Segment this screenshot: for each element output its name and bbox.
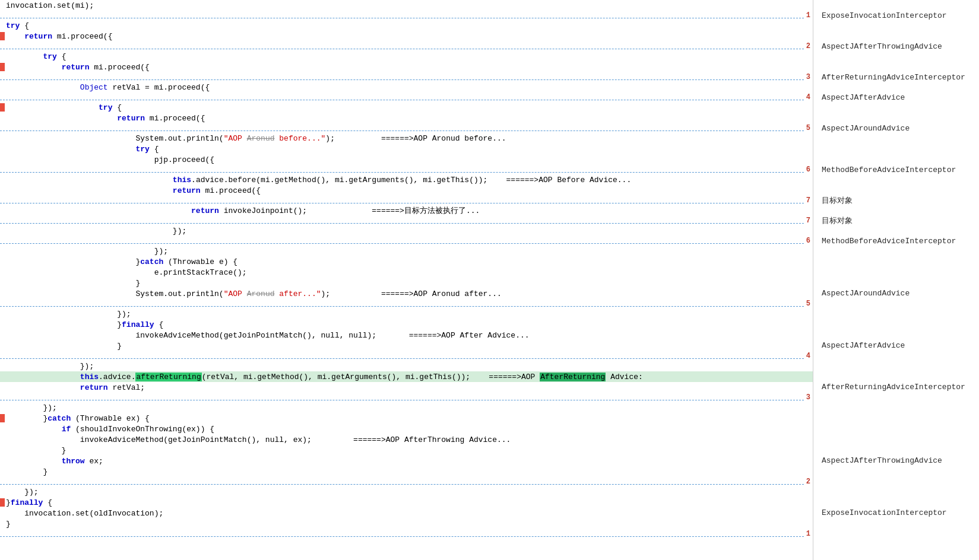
code-line: try { <box>0 51 813 62</box>
right-divider-3b: AfterReturningAdviceInterceptor <box>819 382 979 392</box>
code-line: } <box>0 445 813 456</box>
right-blank <box>819 256 979 267</box>
code-line: } <box>0 278 813 288</box>
divider-5: 5 <box>0 123 813 133</box>
right-blank <box>819 371 979 382</box>
code-line: System.out.println("AOP Aronud before...… <box>0 133 813 144</box>
right-label-6b: MethodBeforeAdviceInterceptor <box>819 237 956 246</box>
right-blank <box>819 486 979 497</box>
right-label-1: ExposeInvocationInterceptor <box>819 11 947 20</box>
right-blank <box>819 113 979 123</box>
right-blank <box>819 308 979 319</box>
right-blank <box>819 0 979 11</box>
divider-1: 1 <box>0 11 813 20</box>
right-divider-6: MethodBeforeAdviceInterceptor <box>819 165 979 174</box>
code-line: return mi.proceed({ <box>0 185 813 196</box>
right-label-5b: AspectJAroundAdvice <box>819 289 910 298</box>
divider-3: 3 <box>0 72 813 82</box>
right-divider-1: ExposeInvocationInterceptor <box>819 11 979 20</box>
code-line: }); <box>0 225 813 236</box>
right-blank <box>819 476 979 486</box>
right-blank <box>819 319 979 330</box>
right-blank <box>819 278 979 288</box>
divider-4b: 4 <box>0 351 813 361</box>
code-line: } <box>0 518 813 529</box>
right-blank <box>819 361 979 371</box>
code-panel: invocation.set(mi); 1 try { return mi.pr… <box>0 0 813 560</box>
code-line: pjp.proceed({ <box>0 154 813 165</box>
code-line: invocation.set(oldInvocation); <box>0 508 813 518</box>
right-divider-6b: MethodBeforeAdviceInterceptor <box>819 236 979 246</box>
code-line-highlighted: this.advice.afterReturning(retVal, mi.ge… <box>0 371 813 382</box>
right-divider-4b: AspectJAfterAdvice <box>819 341 979 350</box>
code-line: }catch (Throwable ex) { <box>0 413 813 424</box>
right-label-3b: AfterReturningAdviceInterceptor <box>819 383 965 392</box>
right-blank <box>819 20 979 31</box>
right-label-7b: 目标对象 <box>819 215 853 226</box>
right-blank <box>819 298 979 308</box>
right-label-3: AfterReturningAdviceInterceptor <box>819 73 965 82</box>
right-label-5: AspectJAroundAdvice <box>819 124 910 133</box>
right-blank <box>819 133 979 144</box>
code-line: return retVal; <box>0 382 813 393</box>
right-label-6: MethodBeforeAdviceInterceptor <box>819 166 956 174</box>
right-blank <box>819 225 979 236</box>
right-panel: ExposeInvocationInterceptor AspectJAfter… <box>813 0 979 560</box>
code-line: try { <box>0 20 813 31</box>
right-blank <box>819 31 979 42</box>
right-blank <box>819 82 979 93</box>
right-label-4: AspectJAfterAdvice <box>819 93 905 102</box>
code-line: }); <box>0 246 813 256</box>
right-blank <box>819 434 979 445</box>
code-line: }); <box>0 361 813 371</box>
code-line: this.advice.before(mi.getMethod(), mi.ge… <box>0 174 813 185</box>
right-label-1b: ExposeInvocationInterceptor <box>819 508 947 517</box>
right-blank <box>819 424 979 434</box>
right-label-2b: AspectJAfterThrowingAdvice <box>819 456 942 465</box>
right-label-2: AspectJAfterThrowingAdvice <box>819 42 942 51</box>
code-line: Object retVal = mi.proceed({ <box>0 82 813 93</box>
code-line: } <box>0 466 813 477</box>
right-label-7a: 目标对象 <box>819 195 853 206</box>
right-divider-2b: AspectJAfterThrowingAdvice <box>819 456 979 465</box>
divider-6: 6 <box>0 165 813 174</box>
right-blank <box>819 402 979 413</box>
divider-5b: 5 <box>0 299 813 308</box>
code-line: throw ex; <box>0 456 813 466</box>
right-blank <box>819 205 979 216</box>
red-marker <box>0 63 5 71</box>
main-container: invocation.set(mi); 1 try { return mi.pr… <box>0 0 979 560</box>
code-line: System.out.println("AOP Aronud after..."… <box>0 288 813 299</box>
right-blank <box>819 392 979 402</box>
red-marker <box>0 32 5 40</box>
right-blank <box>819 174 979 185</box>
code-line: }); <box>0 402 813 413</box>
code-line: }); <box>0 486 813 497</box>
right-divider-5: AspectJAroundAdvice <box>819 123 979 133</box>
right-divider-7b: 目标对象 <box>819 216 979 225</box>
code-line: if (shouldInvokeOnThrowing(ex)) { <box>0 424 813 434</box>
code-line: e.printStackTrace(); <box>0 267 813 278</box>
code-line: invokeAdviceMethod(getJoinPointMatch(), … <box>0 434 813 445</box>
code-line: try { <box>0 144 813 154</box>
right-blank <box>819 497 979 508</box>
right-blank <box>819 267 979 278</box>
right-divider-3: AfterReturningAdviceInterceptor <box>819 72 979 82</box>
code-line: return invokeJoinpoint(); ======>目标方法被执行… <box>0 205 813 216</box>
right-blank <box>819 102 979 113</box>
code-line: invocation.set(mi); <box>0 0 813 11</box>
divider-4: 4 <box>0 93 813 102</box>
code-line: }catch (Throwable e) { <box>0 256 813 267</box>
right-divider-5b: AspectJAroundAdvice <box>819 288 979 298</box>
red-marker <box>0 103 5 112</box>
right-blank <box>819 185 979 196</box>
right-blank <box>819 445 979 456</box>
right-label-4b: AspectJAfterAdvice <box>819 341 905 350</box>
code-line: } <box>0 341 813 351</box>
divider-6b: 6 <box>0 236 813 246</box>
divider-1b: 1 <box>0 529 813 539</box>
code-line: }finally { <box>0 319 813 330</box>
right-blank <box>819 154 979 165</box>
code-line: return mi.proceed({ <box>0 62 813 72</box>
divider-2: 2 <box>0 42 813 51</box>
